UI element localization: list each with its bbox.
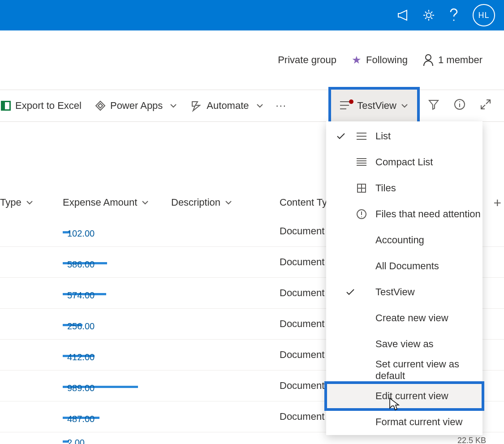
- attention-icon: [355, 209, 368, 219]
- chevron-down-icon: [256, 103, 263, 108]
- megaphone-icon[interactable]: [397, 9, 410, 22]
- filter-button[interactable]: [428, 99, 439, 113]
- menu-label: Edit current view: [375, 390, 482, 402]
- view-option-all-documents[interactable]: All Documents: [326, 253, 482, 279]
- column-label: Content Ty: [280, 197, 327, 208]
- menu-label: All Documents: [375, 260, 482, 272]
- column-header-type[interactable]: Type: [0, 197, 63, 208]
- amount-value: 2.00: [63, 438, 85, 444]
- svg-point-2: [426, 55, 431, 60]
- avatar[interactable]: HL: [473, 4, 495, 26]
- expand-button[interactable]: [480, 99, 491, 113]
- power-apps-button[interactable]: Power Apps: [94, 98, 178, 113]
- column-header-expense-amount[interactable]: Expense Amount: [63, 197, 171, 208]
- chevron-down-icon: [225, 200, 232, 205]
- svg-point-1: [453, 20, 455, 21]
- amount-value: 256.00: [63, 321, 95, 332]
- chevron-down-icon: [401, 103, 408, 108]
- view-option-accounting[interactable]: Accounting: [326, 227, 482, 253]
- overflow-button[interactable]: ···: [276, 100, 287, 112]
- power-apps-label: Power Apps: [110, 100, 163, 112]
- menu-label: Save view as: [375, 338, 482, 350]
- person-icon: [423, 54, 434, 66]
- view-option-testview[interactable]: TestView: [326, 279, 482, 305]
- info-icon: [454, 99, 465, 110]
- compact-list-icon: [355, 158, 368, 166]
- svg-point-0: [426, 13, 431, 17]
- view-action-format-current[interactable]: Format current view: [326, 409, 482, 435]
- size-hint: 22.5 KB: [280, 436, 504, 444]
- check-icon: [334, 133, 348, 140]
- view-option-list[interactable]: List: [326, 123, 482, 149]
- view-selector-menu: List Compact List Tiles Files that need …: [326, 121, 482, 435]
- svg-point-5: [459, 101, 460, 102]
- column-label: Type: [0, 197, 22, 208]
- chevron-down-icon: [26, 200, 33, 205]
- members-link[interactable]: 1 member: [423, 54, 482, 66]
- view-action-edit-current[interactable]: Edit current view: [326, 383, 482, 409]
- excel-icon: [1, 101, 11, 111]
- amount-value: 586.00: [63, 259, 95, 270]
- tiles-icon: [355, 184, 368, 193]
- menu-label: TestView: [375, 286, 482, 298]
- chevron-down-icon: [170, 103, 177, 108]
- menu-label: Files that need attention: [375, 208, 482, 220]
- group-privacy-label: Private group: [278, 54, 336, 66]
- amount-value: 574.00: [63, 290, 95, 301]
- site-info-strip: Private group ★ Following 1 member: [0, 30, 504, 90]
- suite-bar: HL: [0, 0, 504, 30]
- amount-value: 412.00: [63, 352, 95, 362]
- view-action-set-default[interactable]: Set current view as default: [326, 357, 482, 383]
- menu-label: Compact List: [375, 156, 482, 168]
- view-option-compact-list[interactable]: Compact List: [326, 149, 482, 175]
- svg-point-18: [361, 216, 362, 217]
- export-label: Export to Excel: [15, 100, 82, 112]
- avatar-initials: HL: [478, 11, 489, 20]
- unsaved-changes-dot-icon: [349, 99, 353, 104]
- menu-label: List: [375, 130, 482, 142]
- menu-label: Format current view: [375, 416, 482, 428]
- view-selector[interactable]: TestView: [331, 90, 417, 122]
- view-option-tiles[interactable]: Tiles: [326, 175, 482, 201]
- column-header-description[interactable]: Description: [171, 197, 280, 208]
- view-action-save-as[interactable]: Save view as: [326, 331, 482, 357]
- export-to-excel-button[interactable]: Export to Excel: [0, 98, 82, 113]
- amount-value: 102.00: [63, 228, 95, 239]
- menu-label: Create new view: [375, 312, 482, 324]
- expand-icon: [480, 99, 491, 110]
- view-option-files-need-attention[interactable]: Files that need attention: [326, 201, 482, 227]
- filter-icon: [428, 99, 439, 110]
- gear-icon[interactable]: [422, 9, 435, 22]
- following-label: Following: [366, 54, 408, 66]
- column-label: Expense Amount: [63, 197, 137, 208]
- automate-icon: [190, 100, 202, 111]
- star-icon: ★: [352, 54, 362, 66]
- menu-label: Accounting: [375, 234, 482, 246]
- automate-label: Automate: [207, 100, 249, 112]
- column-label: Description: [171, 197, 220, 208]
- following-toggle[interactable]: ★ Following: [352, 54, 408, 66]
- chevron-down-icon: [142, 200, 149, 205]
- view-list-icon: [340, 101, 353, 110]
- help-icon[interactable]: [448, 9, 460, 22]
- view-action-create-new[interactable]: Create new view: [326, 305, 482, 331]
- add-column-button[interactable]: +: [493, 195, 501, 211]
- list-icon: [355, 132, 368, 140]
- check-icon: [334, 289, 361, 296]
- amount-value: 989.00: [63, 383, 95, 393]
- power-apps-icon: [95, 100, 106, 111]
- menu-label: Set current view as default: [375, 358, 482, 382]
- members-label: 1 member: [438, 54, 482, 66]
- info-button[interactable]: [454, 99, 465, 113]
- amount-value: 487.00: [63, 414, 95, 424]
- view-selector-label: TestView: [357, 100, 396, 112]
- automate-button[interactable]: Automate: [190, 98, 264, 113]
- menu-label: Tiles: [375, 182, 482, 194]
- command-bar: Export to Excel Power Apps Automate ··· …: [0, 90, 504, 122]
